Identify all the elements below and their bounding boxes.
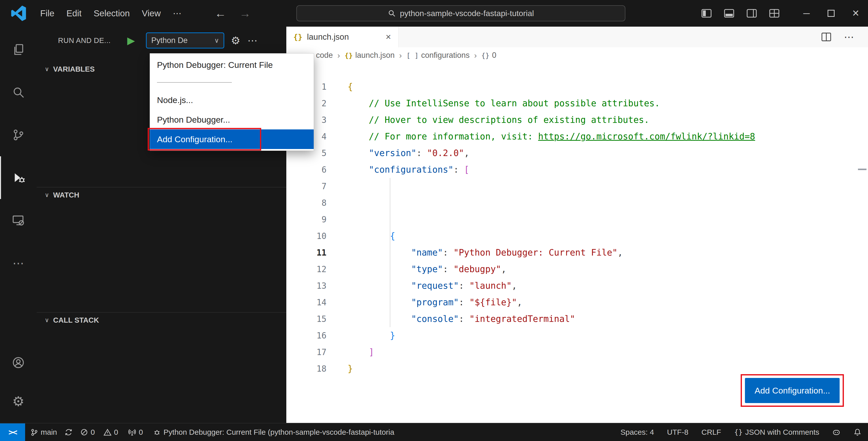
dropdown-item[interactable]: Node.js...	[150, 90, 314, 110]
language-label: JSON with Comments	[745, 428, 819, 437]
maximize-button[interactable]	[819, 0, 843, 27]
code-text: "name": "Python Debugger: Current File",	[348, 247, 623, 258]
customize-layout-icon[interactable]	[769, 7, 780, 19]
json-file-icon: {}	[293, 33, 302, 41]
editor-more-icon[interactable]: ⋯	[844, 31, 854, 43]
add-configuration-button[interactable]: Add Configuration...	[745, 378, 840, 403]
code-line[interactable]: 3 // Hover to view descriptions of exist…	[286, 112, 868, 128]
dropdown-item[interactable]: Python Debugger...	[150, 110, 314, 129]
copilot-status[interactable]	[826, 423, 847, 441]
editor-actions: ⋯	[821, 27, 868, 47]
sync-status[interactable]	[62, 423, 75, 441]
code-line[interactable]: 11 "name": "Python Debugger: Current Fil…	[286, 244, 868, 261]
remote-explorer-icon[interactable]	[0, 199, 37, 242]
breadcrumb-label: configurations	[421, 51, 470, 60]
code-line[interactable]: 6 "configurations": [	[286, 161, 868, 178]
code-text: "configurations": [	[348, 165, 469, 175]
code-text: }	[348, 330, 395, 341]
debug-target-status[interactable]: Python Debugger: Current File (python-sa…	[148, 423, 399, 441]
indentation-status[interactable]: Spaces: 4	[614, 423, 660, 441]
debug-config-select-value: Python De	[151, 36, 188, 45]
remote-indicator[interactable]: ><	[0, 423, 25, 441]
notifications-status[interactable]	[847, 423, 868, 441]
debug-settings-gear-icon[interactable]: ⚙	[231, 34, 240, 47]
toggle-secondary-sidebar-icon[interactable]	[746, 7, 757, 19]
line-number: 12	[286, 264, 327, 274]
watch-section-header[interactable]: ∨ WATCH	[37, 187, 286, 203]
breadcrumb-configurations[interactable]: [ ] configurations	[406, 51, 470, 60]
ports-status[interactable]: 0	[123, 423, 148, 441]
menu-view[interactable]: View	[136, 4, 167, 22]
tab-launch-json[interactable]: {} launch.json ✕	[286, 27, 399, 47]
debug-config-select[interactable]: Python De ∨	[146, 32, 224, 49]
breadcrumb-label: code	[316, 51, 333, 60]
chevron-down-icon: ∨	[45, 192, 49, 199]
code-line[interactable]: 2 // Use IntelliSense to learn about pos…	[286, 95, 868, 112]
code-line[interactable]: 9	[286, 211, 868, 228]
menu-selection[interactable]: Selection	[88, 4, 136, 22]
line-number: 15	[286, 314, 327, 324]
breadcrumb-index[interactable]: {} 0	[481, 51, 496, 60]
code-line[interactable]: 15 "console": "integratedTerminal"	[286, 311, 868, 327]
source-control-icon[interactable]	[0, 114, 37, 156]
braces-icon: {}	[345, 52, 353, 59]
breadcrumb-file[interactable]: {} launch.json	[345, 51, 395, 60]
back-icon[interactable]: ←	[215, 6, 226, 20]
explorer-icon[interactable]	[0, 28, 37, 71]
indentation-label: Spaces: 4	[620, 428, 654, 437]
toggle-sidebar-icon[interactable]	[701, 7, 712, 19]
minimize-button[interactable]: ─	[794, 0, 819, 27]
code-line[interactable]: 14 "program": "${file}",	[286, 294, 868, 311]
annotation-box	[148, 128, 261, 150]
menu-more[interactable]: ⋯	[167, 4, 188, 22]
code-line[interactable]: 8	[286, 195, 868, 211]
search-view-icon[interactable]	[0, 71, 37, 114]
accounts-icon[interactable]	[0, 343, 37, 382]
call-stack-section-header[interactable]: ∨ CALL STACK	[37, 312, 286, 328]
command-center-search[interactable]: python-sample-vscode-fastapi-tutorial	[297, 5, 625, 21]
branch-status[interactable]: main	[25, 423, 62, 441]
tab-close-icon[interactable]: ✕	[385, 33, 391, 41]
code-line[interactable]: 4 // For more information, visit: https:…	[286, 128, 868, 145]
chevron-down-icon: ∨	[214, 37, 219, 45]
close-button[interactable]: ✕	[843, 0, 868, 27]
dropdown-item[interactable]: Add Configuration...	[150, 129, 314, 149]
forward-icon[interactable]: →	[239, 6, 251, 20]
menu-edit[interactable]: Edit	[60, 4, 87, 22]
watch-label: WATCH	[53, 191, 80, 199]
code-line[interactable]: 1{	[286, 79, 868, 95]
breadcrumb-label: 0	[492, 51, 496, 60]
start-debug-icon[interactable]: ▶	[127, 35, 135, 46]
search-value: python-sample-vscode-fastapi-tutorial	[400, 9, 534, 18]
code-line[interactable]: 7	[286, 178, 868, 195]
more-views-icon[interactable]: ⋯	[0, 242, 37, 285]
remote-icon: ><	[8, 428, 17, 437]
encoding-status[interactable]: UTF-8	[660, 423, 695, 441]
problems-status[interactable]: 0 0	[75, 423, 123, 441]
eol-status[interactable]: CRLF	[695, 423, 727, 441]
debug-config-dropdown: Python Debugger: Current FileNode.js...P…	[150, 53, 314, 151]
code-text: "program": "${file}",	[348, 297, 522, 307]
call-stack-label: CALL STACK	[53, 316, 99, 324]
breadcrumb-folder[interactable]: code	[316, 51, 333, 60]
status-bar: >< main 0 0 0 Python Debugger: Current F…	[0, 423, 868, 441]
code-line[interactable]: 16 }	[286, 327, 868, 344]
braces-icon: {}	[734, 428, 743, 437]
split-editor-icon[interactable]	[821, 31, 832, 42]
code-line[interactable]: 10 {	[286, 228, 868, 244]
code-line[interactable]: 17 ]	[286, 344, 868, 360]
line-number: 9	[286, 214, 327, 225]
language-status[interactable]: {} JSON with Comments	[727, 423, 826, 441]
debug-more-icon[interactable]: ⋯	[247, 35, 257, 46]
dropdown-item[interactable]: Python Debugger: Current File	[150, 55, 314, 75]
code-line[interactable]: 12 "type": "debugpy",	[286, 261, 868, 277]
maximize-icon	[828, 10, 835, 17]
settings-gear-icon[interactable]: ⚙	[0, 382, 37, 421]
code-line[interactable]: 5 "version": "0.2.0",	[286, 145, 868, 161]
debug-target-label: Python Debugger: Current File (python-sa…	[163, 428, 394, 437]
toggle-panel-icon[interactable]	[723, 7, 735, 19]
code-line[interactable]: 13 "request": "launch",	[286, 277, 868, 294]
code-lines: 1{2 // Use IntelliSense to learn about p…	[286, 79, 868, 377]
run-and-debug-icon[interactable]	[0, 156, 37, 199]
menu-file[interactable]: File	[34, 4, 60, 22]
